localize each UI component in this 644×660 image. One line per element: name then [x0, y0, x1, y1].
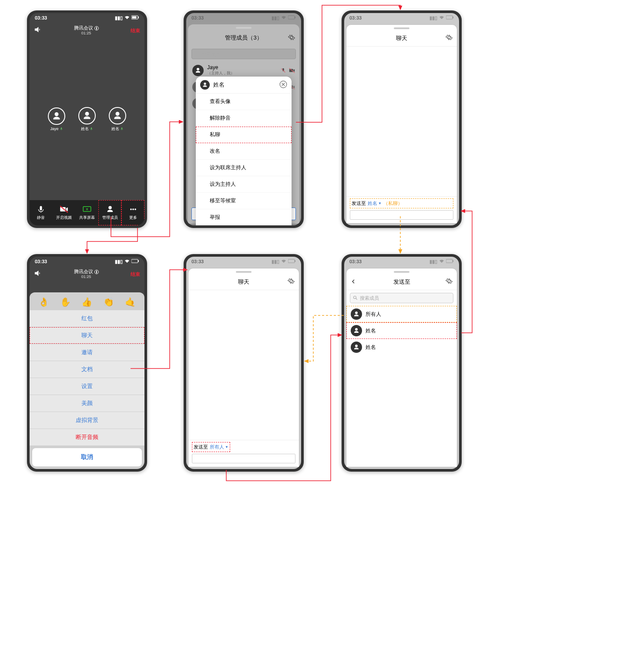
mic-on-icon [120, 127, 124, 131]
svg-rect-22 [295, 260, 295, 262]
screen-share-icon [83, 205, 91, 214]
more-button[interactable]: 更多 [121, 200, 144, 225]
mic-on-icon [90, 127, 93, 131]
status-time: 03:33 [35, 15, 47, 20]
status-time: 03:33 [349, 15, 362, 20]
svg-rect-19 [131, 259, 138, 263]
chevron-down-icon: ▼ [378, 201, 382, 205]
opt-waiting-room[interactable]: 移至等候室 [196, 193, 292, 209]
status-bar: 03:33 ▮▮▯ [186, 257, 301, 266]
mic-icon [37, 205, 45, 214]
emoji-ok[interactable]: 👌 [38, 297, 49, 307]
close-icon[interactable] [279, 80, 287, 90]
gear-icon[interactable] [446, 34, 453, 42]
sendto-label: 发送至 [352, 200, 366, 207]
emoji-call[interactable]: 🤙 [125, 297, 136, 307]
chat-header: 聊天 [346, 30, 457, 47]
menu-beauty[interactable]: 美颜 [30, 395, 144, 412]
info-icon[interactable] [94, 270, 99, 274]
participant-label: Jaye [50, 127, 58, 131]
meeting-title: 腾讯会议 [74, 269, 93, 275]
participant-2[interactable]: 姓名 [78, 107, 96, 132]
members-title: 管理成员（3） [225, 34, 262, 42]
video-button[interactable]: 开启视频 [53, 200, 76, 225]
end-meeting-button[interactable]: 结束 [131, 27, 140, 34]
menu-hongbao[interactable]: 红包 [30, 310, 144, 327]
search-icon [195, 51, 200, 57]
status-time: 03:33 [349, 259, 362, 264]
menu-cancel[interactable]: 取消 [32, 448, 142, 466]
menu-chat[interactable]: 聊天 [30, 327, 144, 344]
avatar-icon [353, 344, 360, 351]
svg-rect-20 [138, 260, 139, 262]
info-icon[interactable] [94, 26, 99, 30]
member-name: Jaye [207, 64, 235, 70]
status-time: 03:33 [191, 15, 204, 20]
status-bar: 03:33 ▮▮▯ [186, 13, 301, 23]
end-meeting-button[interactable]: 结束 [131, 271, 140, 278]
phone-chat-private: 03:33 ▮▮▯ 聊天 发送至 姓名 ▼ （ [342, 10, 462, 228]
video-off-icon [60, 205, 68, 214]
more-icon [129, 205, 138, 214]
popup-title: 姓名 [213, 81, 225, 89]
svg-rect-16 [295, 17, 295, 18]
sendto-selector[interactable]: 发送至 姓名 ▼ （私聊） [350, 198, 453, 208]
opt-private-chat[interactable]: 私聊 [196, 127, 292, 143]
phone-sendto: 03:33 ▮▮▯ 发送至 搜索成员 所有人 [342, 254, 462, 472]
battery-icon [131, 259, 139, 264]
speaker-icon[interactable] [34, 26, 42, 35]
person-icon [112, 111, 123, 121]
sendto-person-1[interactable]: 姓名 [346, 322, 457, 339]
menu-settings[interactable]: 设置 [30, 378, 144, 395]
members-button[interactable]: 管理成员 [98, 200, 121, 225]
participant-jaye[interactable]: Jaye [48, 107, 65, 131]
back-icon[interactable] [351, 278, 356, 285]
opt-report[interactable]: 举报 [196, 209, 292, 225]
menu-invite[interactable]: 邀请 [30, 344, 144, 361]
avatar-icon [353, 311, 360, 318]
drag-handle[interactable] [394, 271, 409, 273]
opt-host[interactable]: 设为主持人 [196, 176, 292, 193]
gear-icon[interactable] [446, 278, 453, 286]
chat-input[interactable] [350, 210, 453, 220]
menu-virtual-bg[interactable]: 虚拟背景 [30, 412, 144, 429]
gear-icon[interactable] [288, 34, 295, 42]
svg-rect-13 [138, 17, 139, 18]
search-members-input[interactable]: 搜索成员 [191, 49, 296, 59]
menu-disconnect-audio[interactable]: 断开音频 [30, 429, 144, 446]
speaker-icon[interactable] [34, 269, 42, 279]
chat-input[interactable] [192, 454, 295, 463]
svg-rect-18 [453, 17, 453, 18]
svg-rect-17 [446, 16, 453, 19]
search-members-input[interactable]: 搜索成员 [350, 293, 453, 303]
emoji-clap[interactable]: 👏 [103, 297, 114, 307]
avatar-icon [353, 327, 360, 334]
opt-view-avatar[interactable]: 查看头像 [196, 94, 292, 110]
wifi-icon [124, 259, 130, 264]
opt-unmute[interactable]: 解除静音 [196, 110, 292, 127]
opt-cohost[interactable]: 设为联席主持人 [196, 160, 292, 176]
emoji-hand[interactable]: ✋ [60, 297, 71, 307]
chat-footer: 发送至 所有人 ▼ [188, 440, 299, 467]
sendto-everyone[interactable]: 所有人 [346, 306, 457, 322]
chat-title: 聊天 [396, 34, 407, 42]
emoji-thumbsup[interactable]: 👍 [81, 297, 92, 307]
phone-chat-all: 03:33 ▮▮▯ 聊天 发送至 所有人 ▼ [184, 254, 304, 472]
wifi-icon [124, 15, 130, 20]
status-time: 03:33 [35, 259, 47, 264]
share-screen-button[interactable]: 共享屏幕 [76, 200, 99, 225]
menu-docs[interactable]: 文档 [30, 361, 144, 378]
gear-icon[interactable] [288, 278, 295, 286]
opt-rename[interactable]: 改名 [196, 143, 292, 160]
svg-rect-15 [288, 16, 295, 19]
participant-3[interactable]: 姓名 [109, 107, 126, 132]
sendto-person-2[interactable]: 姓名 [346, 339, 457, 355]
drag-handle[interactable] [236, 27, 252, 29]
chat-body [346, 47, 457, 196]
drag-handle[interactable] [394, 27, 409, 29]
sendto-selector[interactable]: 发送至 所有人 ▼ [192, 442, 230, 452]
wifi-icon [281, 15, 286, 20]
drag-handle[interactable] [236, 271, 252, 273]
mute-button[interactable]: 静音 [30, 200, 53, 225]
private-tag: （私聊） [383, 200, 402, 207]
